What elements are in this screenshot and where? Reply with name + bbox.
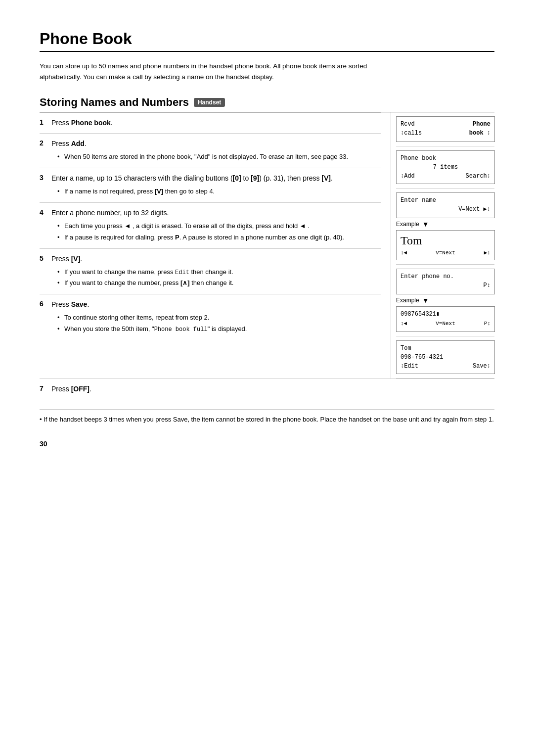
lcd-panel-5: Tom 098-765-4321 ↕Edit Save↕: [396, 336, 494, 378]
step-4-content: Enter a phone number, up to 32 digits. E…: [51, 208, 381, 243]
lcd3-nav-left: ↕◄: [400, 249, 407, 257]
step-7-content: Press [OFF].: [51, 384, 494, 394]
lcd3-enter-name: Enter name: [400, 196, 490, 205]
step-5-content: Press [V]. If you want to change the nam…: [51, 254, 381, 289]
step-5-bullets: If you want to change the name, press Ed…: [57, 267, 381, 288]
lcd1-phone: Phone: [473, 120, 490, 129]
step-6-bullet-1: To continue storing other items, repeat …: [57, 313, 381, 323]
lcd4-p: P↕: [400, 281, 490, 290]
step-5-bullet-1: If you want to change the name, press Ed…: [57, 267, 381, 278]
lcd-display-4b: 0987654321▮ ↕◄ V=Next P↕: [396, 306, 495, 332]
step-6-content: Press Save. To continue storing other it…: [51, 299, 381, 335]
step-2-bullet-1: When 50 items are stored in the phone bo…: [57, 152, 381, 162]
lcd3-nav-right: ▶↕: [484, 249, 490, 257]
step-1-content: Press Phone book.: [51, 118, 381, 128]
lcd-display-2: Phone book 7 items ↕Add Search↕: [396, 150, 495, 184]
title-rule: [40, 51, 494, 52]
lcd-panel-2: Phone book 7 items ↕Add Search↕: [396, 146, 494, 189]
step-1-row: 1 Press Phone book.: [40, 112, 381, 133]
lcd4-number: 0987654321▮: [400, 310, 490, 319]
lcd1-calls: ↕calls: [400, 129, 422, 138]
lcd-display-3b: Tom ↕◄ V=Next ▶↕: [396, 230, 495, 260]
lcd3-vnext: V=Next ▶↕: [400, 205, 490, 214]
lcd-display-1: Rcvd Phone ↕calls book ↕: [396, 116, 495, 142]
step-5-row: 5 Press [V]. If you want to change the n…: [40, 248, 381, 294]
lcd1-rcvd: Rcvd: [400, 120, 415, 129]
lcd-display-4a: Enter phone no. P↕: [396, 269, 495, 294]
page-number: 30: [40, 440, 494, 448]
lcd-panel-4: Enter phone no. P↕ Example ▼ 0987654321▮…: [396, 265, 494, 336]
page-title: Phone Book: [40, 30, 494, 48]
lcd2-search: Search↕: [466, 172, 490, 181]
step-7-main: Press [OFF].: [51, 384, 494, 394]
step-3-number: 3: [40, 173, 51, 197]
step-2-number: 2: [40, 139, 51, 163]
step-3-bullets: If a name is not required, press [V] the…: [57, 187, 381, 196]
step-5-main: Press [V].: [51, 254, 381, 264]
step-4-bullets: Each time you press ◄ , a digit is erase…: [57, 221, 381, 242]
lcd2-line1: Phone book: [400, 154, 490, 163]
lcd3-nav: ↕◄ V=Next ▶↕: [400, 249, 490, 257]
down-arrow-4: ▼: [422, 296, 429, 304]
example-label-3: Example: [396, 221, 419, 228]
step-7-row: 7 Press [OFF].: [40, 378, 494, 399]
step-5-number: 5: [40, 254, 51, 289]
step-6-bullet-2: When you store the 50th item, "Phone boo…: [57, 324, 381, 334]
step-2-bullets: When 50 items are stored in the phone bo…: [57, 152, 381, 162]
step-5-bullet-2: If you want to change the number, press …: [57, 278, 381, 288]
lcd4-nav-center: V=Next: [436, 320, 455, 328]
intro-text: You can store up to 50 names and phone n…: [40, 61, 386, 82]
lcd-display-3a: Enter name V=Next ▶↕: [396, 192, 495, 218]
lcd2-line2: 7 items: [400, 163, 490, 172]
example-label-4: Example: [396, 297, 419, 304]
step-6-row: 6 Press Save. To continue storing other …: [40, 294, 381, 340]
lcd-display-5: Tom 098-765-4321 ↕Edit Save↕: [396, 340, 495, 374]
lcd-panel-3: Enter name V=Next ▶↕ Example ▼ Tom ↕◄ V=…: [396, 189, 494, 265]
lcd4-nav: ↕◄ V=Next P↕: [400, 320, 490, 328]
step-4-main: Enter a phone number, up to 32 digits.: [51, 208, 381, 218]
lcd5-save: Save↕: [473, 362, 490, 371]
step-4-number: 4: [40, 208, 51, 243]
handset-badge: Handset: [194, 98, 225, 107]
step-4-bullet-2: If a pause is required for dialing, pres…: [57, 233, 381, 242]
lcd5-name: Tom: [400, 344, 490, 353]
step-4-bullet-1: Each time you press ◄ , a digit is erase…: [57, 221, 381, 231]
right-col-lcd: Rcvd Phone ↕calls book ↕ Phone book 7 it…: [391, 112, 494, 378]
step-2-row: 2 Press Add. When 50 items are stored in…: [40, 133, 381, 168]
step-3-row: 3 Enter a name, up to 15 characters with…: [40, 168, 381, 202]
step-4-row: 4 Enter a phone number, up to 32 digits.…: [40, 202, 381, 248]
step-6-number: 6: [40, 299, 51, 335]
step-1-main: Press Phone book.: [51, 118, 381, 128]
lcd2-add: ↕Add: [400, 172, 415, 181]
step-6-bullets: To continue storing other items, repeat …: [57, 313, 381, 334]
step-3-bullet-1: If a name is not required, press [V] the…: [57, 187, 381, 196]
lcd1-book: book ↕: [469, 129, 490, 138]
lcd3-nav-center: V=Next: [436, 249, 455, 257]
lcd-panel-1: Rcvd Phone ↕calls book ↕: [396, 112, 494, 146]
section-heading: Storing Names and Numbers Handset: [40, 96, 494, 109]
step-6-main: Press Save.: [51, 299, 381, 310]
steps-left: 1 Press Phone book. 2 Press Add. When 50…: [40, 112, 391, 378]
step-3-content: Enter a name, up to 15 characters with t…: [51, 173, 381, 197]
step-3-main: Enter a name, up to 15 characters with t…: [51, 173, 381, 184]
lcd4-nav-left: ↕◄: [400, 320, 407, 328]
footer-note: • If the handset beeps 3 times when you …: [40, 409, 494, 425]
section-title: Storing Names and Numbers: [40, 96, 189, 109]
lcd5-number: 098-765-4321: [400, 353, 490, 362]
step-2-content: Press Add. When 50 items are stored in t…: [51, 139, 381, 163]
lcd5-edit: ↕Edit: [400, 362, 418, 371]
lcd4-nav-right: P↕: [484, 320, 490, 328]
main-layout: 1 Press Phone book. 2 Press Add. When 50…: [40, 112, 494, 378]
lcd4-enter-phone: Enter phone no.: [400, 272, 490, 281]
step-2-main: Press Add.: [51, 139, 381, 149]
step-1-number: 1: [40, 118, 51, 128]
down-arrow-3: ▼: [422, 220, 429, 228]
step-7-number: 7: [40, 384, 51, 394]
lcd3-tom: Tom: [400, 234, 490, 248]
